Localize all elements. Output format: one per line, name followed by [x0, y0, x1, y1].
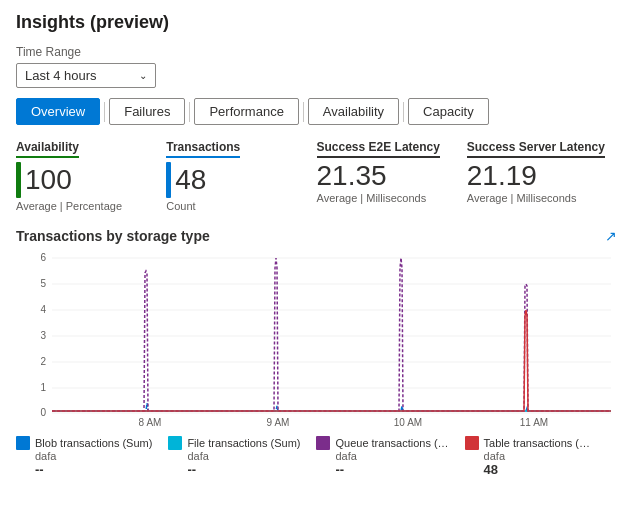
metric-availability-sub: Average | Percentage [16, 200, 154, 212]
chart-legend: Blob transactions (Sum) dafa -- File tra… [16, 436, 617, 481]
tab-separator-2 [189, 102, 190, 122]
legend-file: File transactions (Sum) dafa -- [168, 436, 300, 477]
expand-icon[interactable]: ↗ [605, 228, 617, 244]
legend-queue-value: -- [335, 462, 448, 477]
metric-server-latency-title: Success Server Latency [467, 140, 605, 158]
tab-availability[interactable]: Availability [308, 98, 399, 125]
legend-file-color [168, 436, 182, 450]
metric-availability: Availability 100 Average | Percentage [16, 139, 166, 212]
svg-text:9 AM: 9 AM [267, 417, 290, 428]
metric-e2e-latency-title: Success E2E Latency [317, 140, 440, 158]
chart-header: Transactions by storage type ↗ [16, 228, 617, 244]
tab-overview[interactable]: Overview [16, 98, 100, 125]
svg-text:4: 4 [40, 304, 46, 315]
tab-separator-1 [104, 102, 105, 122]
legend-queue-sub: dafa [335, 450, 448, 462]
tab-bar: Overview Failures Performance Availabili… [16, 98, 617, 125]
tab-separator-3 [303, 102, 304, 122]
metric-transactions-value: 48 [175, 166, 206, 194]
legend-table: Table transactions (… dafa 48 [465, 436, 595, 477]
legend-table-label: Table transactions (… [484, 437, 590, 449]
tab-performance[interactable]: Performance [194, 98, 298, 125]
metric-transactions-bar [166, 162, 171, 198]
metric-server-latency: Success Server Latency 21.19 Average | M… [467, 139, 617, 204]
legend-file-sub: dafa [187, 450, 300, 462]
metric-availability-bar [16, 162, 21, 198]
chart-svg: 6 5 4 3 2 1 0 8 AM 9 AM 10 AM 11 AM [16, 248, 617, 428]
chevron-down-icon: ⌄ [139, 70, 147, 81]
legend-blob: Blob transactions (Sum) dafa -- [16, 436, 152, 477]
legend-table-value: 48 [484, 462, 595, 477]
transactions-chart: 6 5 4 3 2 1 0 8 AM 9 AM 10 AM 11 AM [16, 248, 617, 428]
metric-e2e-latency: Success E2E Latency 21.35 Average | Mill… [317, 139, 467, 204]
svg-text:5: 5 [40, 278, 46, 289]
legend-file-label: File transactions (Sum) [187, 437, 300, 449]
svg-text:6: 6 [40, 252, 46, 263]
time-range-dropdown[interactable]: Last 4 hours ⌄ [16, 63, 156, 88]
tab-failures[interactable]: Failures [109, 98, 185, 125]
legend-blob-sub: dafa [35, 450, 152, 462]
tab-separator-4 [403, 102, 404, 122]
tab-capacity[interactable]: Capacity [408, 98, 489, 125]
svg-text:0: 0 [40, 407, 46, 418]
svg-text:8 AM: 8 AM [139, 417, 162, 428]
metric-transactions-title: Transactions [166, 140, 240, 158]
metric-transactions: Transactions 48 Count [166, 139, 316, 212]
legend-queue-label: Queue transactions (… [335, 437, 448, 449]
metric-availability-title: Availability [16, 140, 79, 158]
legend-queue: Queue transactions (… dafa -- [316, 436, 448, 477]
metric-e2e-latency-value: 21.35 [317, 162, 387, 190]
svg-text:2: 2 [40, 356, 46, 367]
legend-table-sub: dafa [484, 450, 595, 462]
metric-e2e-latency-sub: Average | Milliseconds [317, 192, 455, 204]
metric-transactions-sub: Count [166, 200, 304, 212]
table-line [52, 310, 611, 411]
time-range-value: Last 4 hours [25, 68, 97, 83]
metrics-row: Availability 100 Average | Percentage Tr… [16, 139, 617, 212]
legend-table-color [465, 436, 479, 450]
page-title: Insights (preview) [16, 12, 617, 33]
metric-availability-value: 100 [25, 166, 72, 194]
legend-blob-color [16, 436, 30, 450]
svg-text:1: 1 [40, 382, 46, 393]
metric-server-latency-value: 21.19 [467, 162, 537, 190]
time-range-label: Time Range [16, 45, 617, 59]
blob-line [52, 403, 611, 411]
legend-blob-label: Blob transactions (Sum) [35, 437, 152, 449]
legend-blob-value: -- [35, 462, 152, 477]
chart-title: Transactions by storage type [16, 228, 210, 244]
metric-server-latency-sub: Average | Milliseconds [467, 192, 605, 204]
svg-text:10 AM: 10 AM [394, 417, 422, 428]
svg-text:11 AM: 11 AM [520, 417, 548, 428]
svg-text:3: 3 [40, 330, 46, 341]
legend-queue-color [316, 436, 330, 450]
legend-file-value: -- [187, 462, 300, 477]
